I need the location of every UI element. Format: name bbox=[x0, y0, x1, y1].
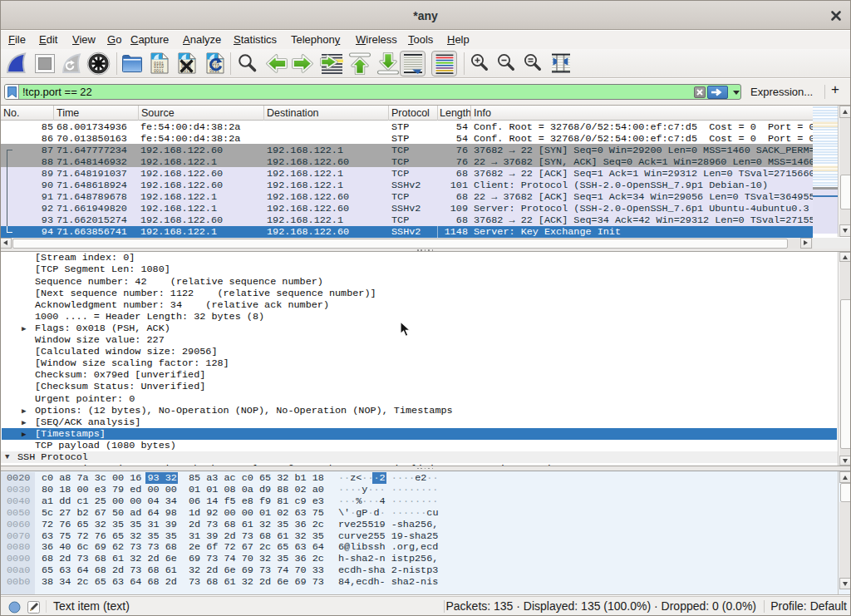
svg-text:0011: 0011 bbox=[154, 69, 164, 74]
